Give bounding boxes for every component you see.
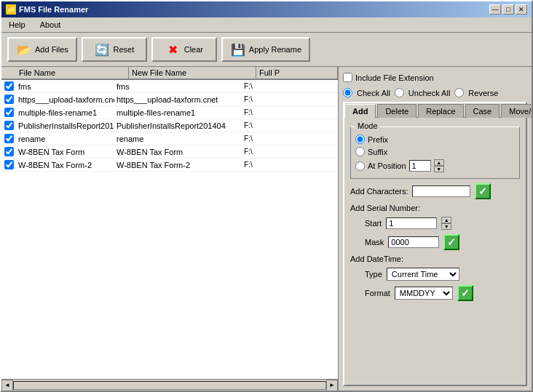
apply-rename-label: Apply Rename — [249, 45, 301, 54]
row-fullpath: F:\ — [242, 134, 264, 143]
scroll-right-button[interactable]: ► — [326, 380, 338, 391]
row-checkbox[interactable] — [4, 147, 14, 156]
add-files-label: Add Files — [35, 45, 68, 54]
reverse-label: Reverse — [468, 89, 498, 97]
table-row: https___upload-taxform.cnet https___uplo… — [1, 93, 338, 106]
type-select[interactable]: Current Time File Created File Modified — [387, 268, 459, 281]
row-checkbox-cell — [1, 108, 16, 117]
table-row: W-8BEN Tax Form W-8BEN Tax Form F:\ — [1, 145, 338, 159]
add-files-button[interactable]: 📂 Add Files — [7, 37, 77, 62]
row-checkbox-cell — [1, 95, 16, 104]
horizontal-scrollbar[interactable] — [13, 381, 326, 390]
menu-about[interactable]: About — [36, 19, 66, 31]
at-position-down[interactable]: ▼ — [434, 166, 444, 172]
reset-icon: 🔄 — [94, 41, 110, 57]
tab-content-add: Mode Prefix Suffix At Position — [344, 117, 526, 385]
datetime-label: Add DateTime: — [350, 255, 520, 263]
menu-help[interactable]: Help — [4, 19, 30, 31]
row-newname: W-8BEN Tax Form — [114, 147, 242, 157]
format-label: Format — [365, 289, 390, 297]
at-position-option: At Position ▲ ▼ — [355, 158, 515, 174]
tab-delete[interactable]: Delete — [377, 104, 416, 118]
maximize-button[interactable]: □ — [502, 4, 514, 15]
apply-rename-icon: 💾 — [230, 41, 246, 57]
suffix-radio[interactable] — [355, 147, 365, 156]
row-newname: rename — [114, 134, 242, 144]
row-checkbox[interactable] — [4, 160, 14, 169]
right-panel: Include File Extension Check All Uncheck… — [339, 67, 532, 391]
prefix-radio[interactable] — [355, 135, 365, 144]
row-checkbox-cell — [1, 147, 16, 156]
toolbar: 📂 Add Files 🔄 Reset ✖ Clear 💾 Apply Rena… — [1, 33, 532, 67]
start-up[interactable]: ▲ — [441, 217, 451, 223]
row-fullpath: F:\ — [242, 95, 264, 104]
mask-input[interactable] — [388, 236, 439, 248]
tab-move_copy[interactable]: Move/Copy — [501, 104, 532, 118]
table-row: PublisherInstallsReport201404 PublisherI… — [1, 119, 338, 132]
row-checkbox-cell — [1, 121, 16, 130]
col-header-filename[interactable]: File Name — [16, 67, 129, 79]
content-area: File Name New File Name Full P fms fms F… — [1, 67, 532, 391]
row-checkbox[interactable] — [4, 95, 14, 104]
scrollbar-area: ◄ ► — [1, 379, 338, 391]
start-spinner: ▲ ▼ — [441, 217, 451, 230]
reset-label: Reset — [113, 45, 134, 54]
reset-button[interactable]: 🔄 Reset — [82, 37, 147, 62]
add-chars-confirm-button[interactable]: ✓ — [475, 183, 491, 199]
table-row: multiple-files-rename1 multiple-files-re… — [1, 106, 338, 119]
reverse-radio[interactable] — [454, 88, 464, 97]
suffix-option: Suffix — [355, 145, 515, 158]
tab-add[interactable]: Add — [344, 104, 376, 118]
format-row: Format MMDDYY DDMMYY YYYYMMDD ✓ — [365, 285, 520, 301]
apply-rename-button[interactable]: 💾 Apply Rename — [221, 37, 310, 62]
row-filename: https___upload-taxform.cnet — [16, 95, 114, 105]
at-position-radio[interactable] — [355, 161, 365, 171]
tab-replace[interactable]: Replace — [418, 104, 463, 118]
row-checkbox-cell — [1, 134, 16, 143]
add-chars-input[interactable] — [412, 185, 470, 197]
row-fullpath: F:\ — [242, 147, 264, 156]
add-chars-row: Add Characters: ✓ — [350, 183, 520, 199]
serial-label: Add Serial Number: — [350, 204, 520, 212]
scroll-left-button[interactable]: ◄ — [1, 380, 13, 391]
start-input[interactable] — [386, 217, 437, 229]
col-header-full[interactable]: Full P — [256, 67, 338, 79]
close-button[interactable]: ✕ — [516, 4, 527, 15]
at-position-input[interactable] — [409, 160, 431, 172]
uncheck-all-radio[interactable] — [395, 88, 404, 97]
start-down[interactable]: ▼ — [441, 223, 451, 230]
row-checkbox-cell — [1, 81, 16, 91]
at-position-up[interactable]: ▲ — [434, 159, 444, 166]
check-all-radio[interactable] — [343, 88, 352, 97]
mode-group-label: Mode — [355, 121, 380, 130]
row-checkbox[interactable] — [4, 121, 14, 130]
prefix-label: Prefix — [368, 135, 388, 144]
start-row: Start ▲ ▼ — [365, 217, 520, 230]
row-checkbox[interactable] — [4, 108, 14, 117]
row-filename: rename — [16, 134, 114, 144]
row-checkbox[interactable] — [4, 81, 14, 91]
format-confirm-button[interactable]: ✓ — [457, 285, 473, 301]
row-checkbox[interactable] — [4, 134, 14, 143]
tab-bar: AddDeleteReplaceCaseMove/Copy — [344, 103, 526, 117]
minimize-button[interactable]: — — [489, 4, 501, 15]
format-select[interactable]: MMDDYY DDMMYY YYYYMMDD — [395, 287, 453, 300]
datetime-section: Add DateTime: Type Current Time File Cre… — [350, 255, 520, 301]
mask-confirm-button[interactable]: ✓ — [443, 234, 459, 250]
row-newname: https___upload-taxform.cnet — [114, 95, 242, 105]
clear-button[interactable]: ✖ Clear — [151, 37, 217, 62]
tab-case[interactable]: Case — [465, 104, 500, 118]
title-bar-left: 📁 FMS File Renamer — [6, 4, 88, 15]
check-options-row: Check All Uncheck All Reverse — [343, 87, 527, 99]
window-title: FMS File Renamer — [19, 5, 88, 14]
col-header-newname[interactable]: New File Name — [129, 67, 256, 79]
check-all-label: Check All — [357, 89, 390, 97]
row-newname: W-8BEN Tax Form-2 — [114, 160, 242, 170]
app-icon: 📁 — [6, 4, 16, 15]
row-newname: PublisherInstallsReport201404 — [114, 121, 242, 131]
prefix-option: Prefix — [355, 133, 515, 145]
include-ext-checkbox[interactable] — [343, 73, 352, 82]
row-newname: multiple-files-rename1 — [114, 108, 242, 118]
type-label: Type — [365, 270, 382, 279]
table-row: rename rename F:\ — [1, 132, 338, 145]
